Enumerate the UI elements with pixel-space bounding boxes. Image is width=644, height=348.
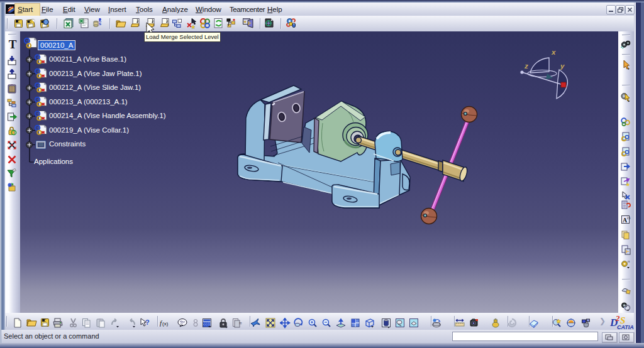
svg-text:y: y	[560, 62, 565, 70]
svg-text:z: z	[524, 62, 528, 70]
svg-text:x: x	[551, 48, 556, 56]
